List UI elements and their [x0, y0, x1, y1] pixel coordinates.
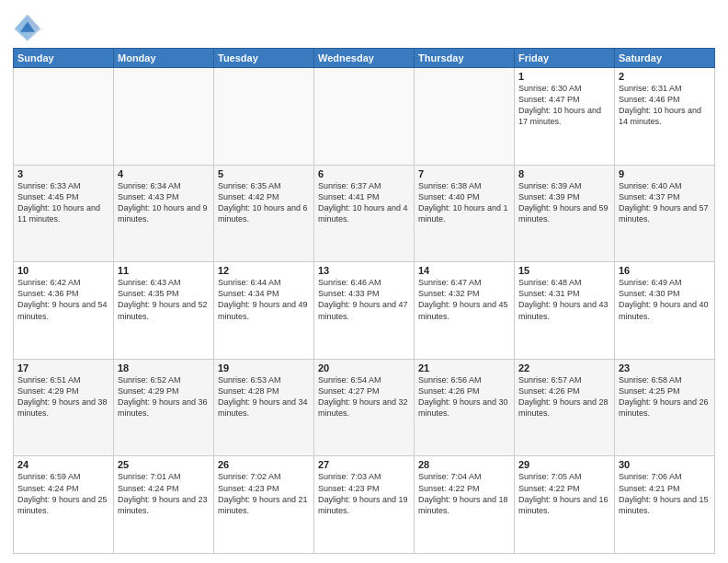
day-info: Sunrise: 6:54 AM Sunset: 4:27 PM Dayligh… [318, 374, 410, 419]
day-number: 4 [118, 168, 210, 179]
calendar-week-row: 17Sunrise: 6:51 AM Sunset: 4:29 PM Dayli… [14, 359, 715, 456]
day-number: 12 [218, 265, 310, 276]
weekday-header-sunday: Sunday [14, 49, 114, 68]
calendar-cell: 29Sunrise: 7:05 AM Sunset: 4:22 PM Dayli… [515, 456, 615, 554]
page: SundayMondayTuesdayWednesdayThursdayFrid… [0, 0, 728, 563]
day-info: Sunrise: 6:51 AM Sunset: 4:29 PM Dayligh… [17, 374, 109, 419]
weekday-header-thursday: Thursday [415, 49, 515, 68]
day-number: 9 [619, 168, 711, 179]
calendar-cell: 19Sunrise: 6:53 AM Sunset: 4:28 PM Dayli… [214, 359, 314, 456]
day-info: Sunrise: 7:04 AM Sunset: 4:22 PM Dayligh… [418, 471, 510, 516]
day-info: Sunrise: 6:48 AM Sunset: 4:31 PM Dayligh… [518, 277, 610, 322]
day-number: 17 [17, 362, 109, 373]
header [13, 9, 715, 42]
calendar-week-row: 3Sunrise: 6:33 AM Sunset: 4:45 PM Daylig… [14, 165, 715, 262]
weekday-header-row: SundayMondayTuesdayWednesdayThursdayFrid… [14, 49, 715, 68]
day-info: Sunrise: 6:38 AM Sunset: 4:40 PM Dayligh… [418, 180, 510, 225]
weekday-header-friday: Friday [515, 49, 615, 68]
day-number: 10 [17, 265, 109, 276]
calendar-cell: 25Sunrise: 7:01 AM Sunset: 4:24 PM Dayli… [114, 456, 214, 554]
calendar-cell: 8Sunrise: 6:39 AM Sunset: 4:39 PM Daylig… [515, 165, 615, 262]
calendar-cell: 14Sunrise: 6:47 AM Sunset: 4:32 PM Dayli… [415, 262, 515, 360]
calendar-cell [214, 68, 314, 166]
day-info: Sunrise: 6:31 AM Sunset: 4:46 PM Dayligh… [619, 83, 711, 128]
day-number: 27 [318, 459, 410, 470]
calendar-cell: 18Sunrise: 6:52 AM Sunset: 4:29 PM Dayli… [114, 359, 214, 456]
logo [13, 13, 46, 42]
day-number: 2 [619, 71, 711, 82]
day-info: Sunrise: 6:57 AM Sunset: 4:26 PM Dayligh… [518, 374, 610, 419]
day-info: Sunrise: 7:06 AM Sunset: 4:21 PM Dayligh… [619, 471, 711, 516]
day-info: Sunrise: 6:34 AM Sunset: 4:43 PM Dayligh… [118, 180, 210, 225]
day-info: Sunrise: 6:44 AM Sunset: 4:34 PM Dayligh… [218, 277, 310, 322]
calendar-week-row: 10Sunrise: 6:42 AM Sunset: 4:36 PM Dayli… [14, 262, 715, 360]
day-info: Sunrise: 6:40 AM Sunset: 4:37 PM Dayligh… [619, 180, 711, 225]
calendar-cell: 3Sunrise: 6:33 AM Sunset: 4:45 PM Daylig… [14, 165, 114, 262]
calendar-cell [415, 68, 515, 166]
calendar-cell: 10Sunrise: 6:42 AM Sunset: 4:36 PM Dayli… [14, 262, 114, 360]
day-info: Sunrise: 6:52 AM Sunset: 4:29 PM Dayligh… [118, 374, 210, 419]
calendar-cell: 15Sunrise: 6:48 AM Sunset: 4:31 PM Dayli… [515, 262, 615, 360]
calendar-cell: 30Sunrise: 7:06 AM Sunset: 4:21 PM Dayli… [615, 456, 715, 554]
day-number: 7 [418, 168, 510, 179]
calendar-cell: 23Sunrise: 6:58 AM Sunset: 4:25 PM Dayli… [615, 359, 715, 456]
day-number: 26 [218, 459, 310, 470]
day-number: 19 [218, 362, 310, 373]
day-info: Sunrise: 6:33 AM Sunset: 4:45 PM Dayligh… [17, 180, 109, 225]
day-number: 25 [118, 459, 210, 470]
calendar-week-row: 1Sunrise: 6:30 AM Sunset: 4:47 PM Daylig… [14, 68, 715, 166]
day-number: 14 [418, 265, 510, 276]
weekday-header-monday: Monday [114, 49, 214, 68]
calendar-cell: 9Sunrise: 6:40 AM Sunset: 4:37 PM Daylig… [615, 165, 715, 262]
calendar-cell: 17Sunrise: 6:51 AM Sunset: 4:29 PM Dayli… [14, 359, 114, 456]
day-info: Sunrise: 6:37 AM Sunset: 4:41 PM Dayligh… [318, 180, 410, 225]
day-info: Sunrise: 7:05 AM Sunset: 4:22 PM Dayligh… [518, 471, 610, 516]
day-number: 24 [17, 459, 109, 470]
day-info: Sunrise: 6:42 AM Sunset: 4:36 PM Dayligh… [17, 277, 109, 322]
weekday-header-tuesday: Tuesday [214, 49, 314, 68]
day-number: 13 [318, 265, 410, 276]
calendar-cell: 22Sunrise: 6:57 AM Sunset: 4:26 PM Dayli… [515, 359, 615, 456]
day-number: 3 [17, 168, 109, 179]
calendar-cell [14, 68, 114, 166]
day-info: Sunrise: 6:56 AM Sunset: 4:26 PM Dayligh… [418, 374, 510, 419]
day-number: 15 [518, 265, 610, 276]
day-info: Sunrise: 6:49 AM Sunset: 4:30 PM Dayligh… [619, 277, 711, 322]
calendar-cell: 2Sunrise: 6:31 AM Sunset: 4:46 PM Daylig… [615, 68, 715, 166]
calendar-cell: 4Sunrise: 6:34 AM Sunset: 4:43 PM Daylig… [114, 165, 214, 262]
calendar-cell: 16Sunrise: 6:49 AM Sunset: 4:30 PM Dayli… [615, 262, 715, 360]
day-info: Sunrise: 6:47 AM Sunset: 4:32 PM Dayligh… [418, 277, 510, 322]
calendar-week-row: 24Sunrise: 6:59 AM Sunset: 4:24 PM Dayli… [14, 456, 715, 554]
weekday-header-saturday: Saturday [615, 49, 715, 68]
calendar-cell [314, 68, 415, 166]
day-number: 8 [518, 168, 610, 179]
calendar-cell [114, 68, 214, 166]
day-info: Sunrise: 6:30 AM Sunset: 4:47 PM Dayligh… [518, 83, 610, 128]
calendar-cell: 7Sunrise: 6:38 AM Sunset: 4:40 PM Daylig… [415, 165, 515, 262]
day-info: Sunrise: 7:03 AM Sunset: 4:23 PM Dayligh… [318, 471, 410, 516]
calendar: SundayMondayTuesdayWednesdayThursdayFrid… [13, 48, 715, 554]
calendar-cell: 11Sunrise: 6:43 AM Sunset: 4:35 PM Dayli… [114, 262, 214, 360]
calendar-cell: 20Sunrise: 6:54 AM Sunset: 4:27 PM Dayli… [314, 359, 415, 456]
weekday-header-wednesday: Wednesday [314, 49, 415, 68]
calendar-cell: 5Sunrise: 6:35 AM Sunset: 4:42 PM Daylig… [214, 165, 314, 262]
day-info: Sunrise: 6:58 AM Sunset: 4:25 PM Dayligh… [619, 374, 711, 419]
day-number: 21 [418, 362, 510, 373]
calendar-cell: 13Sunrise: 6:46 AM Sunset: 4:33 PM Dayli… [314, 262, 415, 360]
day-number: 5 [218, 168, 310, 179]
day-number: 22 [518, 362, 610, 373]
day-number: 30 [619, 459, 711, 470]
calendar-cell: 28Sunrise: 7:04 AM Sunset: 4:22 PM Dayli… [415, 456, 515, 554]
calendar-cell: 12Sunrise: 6:44 AM Sunset: 4:34 PM Dayli… [214, 262, 314, 360]
calendar-cell: 6Sunrise: 6:37 AM Sunset: 4:41 PM Daylig… [314, 165, 415, 262]
logo-icon [13, 13, 42, 42]
day-info: Sunrise: 6:39 AM Sunset: 4:39 PM Dayligh… [518, 180, 610, 225]
calendar-cell: 26Sunrise: 7:02 AM Sunset: 4:23 PM Dayli… [214, 456, 314, 554]
day-info: Sunrise: 7:02 AM Sunset: 4:23 PM Dayligh… [218, 471, 310, 516]
calendar-cell: 27Sunrise: 7:03 AM Sunset: 4:23 PM Dayli… [314, 456, 415, 554]
day-number: 1 [518, 71, 610, 82]
day-number: 28 [418, 459, 510, 470]
day-number: 6 [318, 168, 410, 179]
day-info: Sunrise: 7:01 AM Sunset: 4:24 PM Dayligh… [118, 471, 210, 516]
day-info: Sunrise: 6:46 AM Sunset: 4:33 PM Dayligh… [318, 277, 410, 322]
